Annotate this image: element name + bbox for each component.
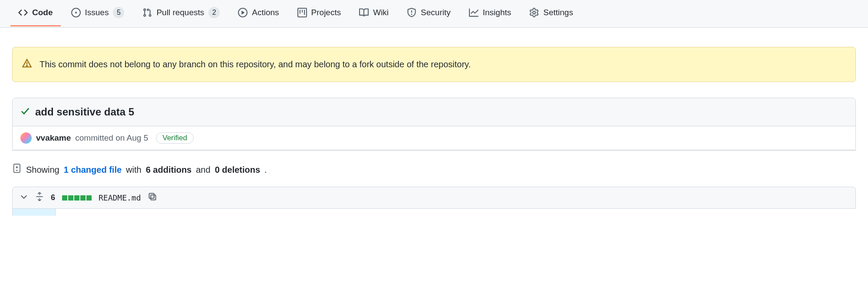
tab-issues-label: Issues — [85, 8, 109, 17]
tab-pulls-label: Pull requests — [156, 8, 204, 17]
file-header: 6 README.md — [12, 187, 856, 209]
tab-projects-label: Projects — [311, 8, 341, 17]
tab-actions-label: Actions — [252, 8, 279, 17]
tab-projects[interactable]: Projects — [290, 1, 349, 27]
code-icon — [18, 8, 28, 18]
tab-actions[interactable]: Actions — [230, 1, 287, 27]
tab-settings-label: Settings — [543, 8, 573, 17]
period: . — [264, 165, 267, 175]
avatar[interactable] — [20, 132, 32, 144]
tab-code[interactable]: Code — [10, 1, 61, 27]
commit-box: add sensitive data 5 vvakame committed o… — [12, 98, 856, 151]
play-icon — [238, 8, 248, 18]
tab-insights-label: Insights — [483, 8, 511, 17]
additions-text: 6 additions — [146, 165, 192, 175]
tab-wiki-label: Wiki — [373, 8, 389, 17]
repo-tabnav: Code Issues 5 Pull requests 2 Actions Pr… — [0, 0, 868, 28]
diffstat-summary: Showing 1 changed file with 6 additions … — [12, 151, 856, 187]
shield-icon — [407, 8, 416, 18]
with-text: with — [126, 165, 142, 175]
tab-code-label: Code — [32, 8, 53, 17]
tab-settings[interactable]: Settings — [521, 1, 581, 27]
issues-icon — [71, 8, 81, 18]
hunk-header-strip — [12, 209, 56, 216]
chevron-down-icon[interactable] — [20, 192, 28, 203]
file-change-count: 6 — [51, 193, 55, 202]
commit-title: add sensitive data 5 — [35, 106, 134, 118]
tab-security[interactable]: Security — [399, 1, 459, 27]
showing-text: Showing — [26, 165, 59, 175]
copy-icon[interactable] — [148, 192, 157, 203]
check-icon — [20, 106, 30, 118]
commit-date: committed on Aug 5 — [75, 133, 148, 143]
pulls-count: 2 — [208, 7, 220, 18]
expand-icon[interactable] — [35, 192, 44, 203]
tab-insights[interactable]: Insights — [461, 1, 519, 27]
tab-wiki[interactable]: Wiki — [351, 1, 396, 27]
pull-request-icon — [142, 8, 152, 18]
svg-rect-10 — [149, 194, 154, 198]
diff-squares — [62, 195, 92, 201]
file-name[interactable]: README.md — [99, 193, 141, 202]
flash-warning: This commit does not belong to any branc… — [12, 47, 856, 82]
deletions-text: 0 deletions — [215, 165, 260, 175]
commit-author[interactable]: vvakame — [36, 133, 71, 143]
commit-title-row: add sensitive data 5 — [13, 98, 855, 126]
changed-files-link[interactable]: 1 changed file — [64, 165, 122, 175]
tab-security-label: Security — [421, 8, 451, 17]
tab-pull-requests[interactable]: Pull requests 2 — [135, 0, 228, 27]
flash-text: This commit does not belong to any branc… — [40, 59, 471, 69]
project-icon — [297, 8, 307, 18]
svg-point-1 — [26, 66, 27, 66]
tab-issues[interactable]: Issues 5 — [63, 0, 132, 27]
issues-count: 5 — [113, 7, 124, 18]
graph-icon — [469, 8, 479, 18]
alert-icon — [22, 59, 32, 70]
gear-icon — [529, 8, 539, 18]
commit-meta-row: vvakame committed on Aug 5 Verified — [13, 126, 855, 150]
svg-rect-9 — [151, 195, 155, 200]
and-text: and — [196, 165, 210, 175]
verified-badge[interactable]: Verified — [156, 132, 194, 144]
file-diff-icon — [13, 164, 22, 176]
book-icon — [359, 8, 369, 18]
